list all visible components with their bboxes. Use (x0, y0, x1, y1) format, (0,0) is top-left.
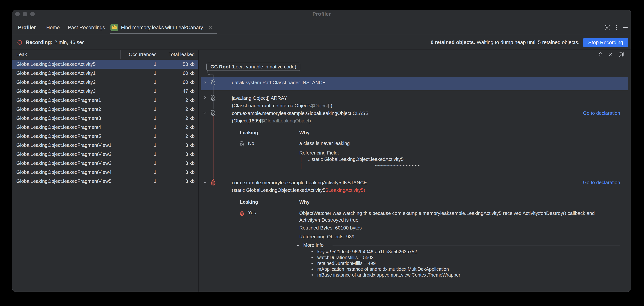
go-to-declaration-link[interactable]: Go to declaration (583, 180, 620, 185)
more-info-label[interactable]: More info (303, 242, 324, 248)
bullet-icon (312, 251, 313, 252)
table-row[interactable]: GlobalLeakingObject.leakedFragment1 1 2 … (12, 96, 198, 105)
leak-name-cell: GlobalLeakingObject.leakedActivity3 (12, 88, 120, 94)
occurrences-cell: 1 (120, 160, 159, 166)
tab-leakcanary[interactable]: Find memory leaks with LeakCanary ✕ (110, 20, 212, 35)
why-value: a class is never leaking (299, 141, 350, 146)
leakcanary-icon (110, 23, 118, 32)
dock-window-icon[interactable] (604, 24, 611, 31)
table-row[interactable]: GlobalLeakingObject.leakedFragment3 1 2 … (12, 114, 198, 123)
leaking-header: Leaking (240, 199, 258, 205)
leak-name-cell: GlobalLeakingObject.leakedFragment2 (12, 106, 120, 112)
more-info-item: retainedDurationMillis = 499 (312, 260, 460, 266)
total-leaked-cell: 2 kb (159, 97, 198, 103)
table-row[interactable]: GlobalLeakingObject.leakedFragmentView5 … (12, 177, 198, 186)
leak-name-cell: GlobalLeakingObject.leakedFragmentView2 (12, 151, 120, 157)
trace-node[interactable]: com.example.memoryleaksample.GlobalLeaki… (232, 110, 368, 125)
why-value: ObjectWatcher was watching this because … (299, 210, 619, 223)
more-info-item: mBase instance of androidx.appcompat.vie… (312, 272, 460, 278)
leak-name-cell: GlobalLeakingObject.leakedFragmentView1 (12, 142, 120, 148)
leaking-header: Leaking (240, 130, 258, 136)
table-row[interactable]: GlobalLeakingObject.leakedFragmentView3 … (12, 159, 198, 168)
active-tab-indicator (110, 33, 216, 34)
more-info-expander-icon[interactable] (296, 243, 300, 247)
more-options-icon[interactable] (616, 24, 618, 31)
bullet-icon (312, 274, 313, 276)
tab-close-icon[interactable]: ✕ (208, 25, 212, 30)
leak-name-cell: GlobalLeakingObject.leakedFragmentView4 (12, 169, 120, 175)
table-row[interactable]: GlobalLeakingObject.leakedActivity3 1 47… (12, 87, 198, 96)
leak-name-cell: GlobalLeakingObject.leakedActivity5 (12, 61, 120, 67)
trace-node[interactable]: dalvik.system.PathClassLoader INSTANCE (232, 80, 326, 86)
titlebar: Profiler (12, 10, 631, 20)
expander-collapsed-icon[interactable] (203, 96, 207, 100)
go-to-declaration-link[interactable]: Go to declaration (583, 110, 620, 116)
leaking-icon (239, 210, 244, 216)
not-leaking-icon (210, 79, 216, 86)
bullet-icon (312, 257, 313, 258)
not-leaking-icon (210, 95, 216, 101)
leak-table: GlobalLeakingObject.leakedActivity5 1 58… (12, 60, 198, 186)
more-info-item: key = 9521dec0-962f-4046-aa1f-b3d5b263a7… (312, 249, 460, 255)
table-row[interactable]: GlobalLeakingObject.leakedActivity5 1 58… (12, 60, 198, 69)
referencing-field-underline: │ ~~~~~~~~~~~~~~~ (300, 163, 421, 169)
leak-trace-panel: GC Root (Local variable in native code) … (199, 50, 631, 292)
leak-name-cell: GlobalLeakingObject.leakedFragment5 (12, 133, 120, 139)
table-row[interactable]: GlobalLeakingObject.leakedActivity1 1 60… (12, 69, 198, 78)
column-header-leak[interactable]: Leak (12, 50, 120, 59)
leak-name-cell: GlobalLeakingObject.leakedFragment4 (12, 124, 120, 130)
table-row[interactable]: GlobalLeakingObject.leakedFragment5 1 2 … (12, 132, 198, 141)
referencing-field-line: │ ↓ static GlobalLeakingObject.leakedAct… (300, 156, 404, 163)
total-leaked-cell: 47 kb (159, 88, 198, 94)
trace-node-reference: (Object[1699]$GlobalLeakingObject) (232, 117, 368, 125)
total-leaked-cell: 60 kb (159, 70, 198, 76)
total-leaked-cell: 60 kb (159, 79, 198, 85)
leak-name-cell: GlobalLeakingObject.leakedFragment1 (12, 97, 120, 103)
more-info-list: key = 9521dec0-962f-4046-aa1f-b3d5b263a7… (312, 249, 460, 278)
table-row[interactable]: GlobalLeakingObject.leakedFragment4 1 2 … (12, 123, 198, 132)
trace-node-reference: (ClassLoader.runtimeInternalObjects$Obje… (232, 102, 332, 109)
trace-node-title: com.example.memoryleaksample.GlobalLeaki… (232, 110, 368, 117)
retained-status-rest: Waiting to dump heap until 5 retained ob… (476, 40, 579, 45)
occurrences-cell: 1 (120, 97, 159, 103)
retained-bytes: Retained Bytes: 60100 bytes (299, 225, 362, 231)
expander-expanded-icon[interactable] (203, 180, 207, 184)
table-row[interactable]: GlobalLeakingObject.leakedFragmentView1 … (12, 141, 198, 150)
minimize-icon[interactable] (622, 24, 628, 31)
table-row[interactable]: GlobalLeakingObject.leakedFragment2 1 2 … (12, 105, 198, 114)
table-row[interactable]: GlobalLeakingObject.leakedFragmentView4 … (12, 168, 198, 177)
column-header-total-leaked[interactable]: Total leaked (159, 50, 198, 59)
tab-bar: Profiler Home Past Recordings Find memor… (12, 20, 631, 35)
why-header: Why (299, 130, 310, 136)
total-leaked-cell: 2 kb (159, 115, 198, 121)
total-leaked-cell: 3 kb (159, 178, 198, 184)
gc-root-badge: GC Root (Local variable in native code) (206, 63, 300, 71)
leak-name-cell: GlobalLeakingObject.leakedActivity2 (12, 79, 120, 85)
referencing-field-label: Referencing Field: (299, 150, 339, 156)
leaking-value: No (248, 141, 254, 146)
recording-label: Recording: 2 min, 46 sec (26, 35, 84, 49)
leak-name-cell: GlobalLeakingObject.leakedFragmentView3 (12, 160, 120, 166)
stop-recording-button[interactable]: Stop Recording (583, 38, 628, 47)
expander-expanded-icon[interactable] (203, 111, 207, 115)
retained-status-bold: 0 retained objects. (431, 40, 475, 45)
referencing-objects: Referencing Objects: 939 (299, 234, 354, 240)
table-row[interactable]: GlobalLeakingObject.leakedActivity2 1 60… (12, 78, 198, 87)
trace-node-title: com.example.memoryleaksample.LeakingActi… (232, 179, 367, 186)
retained-status: 0 retained objects. Waiting to dump heap… (431, 35, 579, 49)
total-leaked-cell: 3 kb (159, 151, 198, 157)
occurrences-cell: 1 (120, 61, 159, 67)
expander-collapsed-icon[interactable] (203, 80, 207, 84)
trace-node[interactable]: java.lang.Object[] ARRAY (ClassLoader.ru… (232, 94, 332, 109)
tab-past-recordings[interactable]: Past Recordings (68, 20, 105, 35)
occurrences-cell: 1 (120, 115, 159, 121)
total-leaked-cell: 2 kb (159, 124, 198, 130)
tab-home[interactable]: Home (46, 20, 60, 35)
why-header: Why (299, 199, 310, 205)
recording-label-bold: Recording: (26, 40, 52, 45)
trace-node[interactable]: com.example.memoryleaksample.LeakingActi… (232, 179, 367, 194)
table-row[interactable]: GlobalLeakingObject.leakedFragmentView2 … (12, 150, 198, 159)
trace-node-title: java.lang.Object[] ARRAY (232, 94, 332, 102)
occurrences-cell: 1 (120, 151, 159, 157)
column-header-occurrences[interactable]: Occurrences (120, 50, 159, 59)
